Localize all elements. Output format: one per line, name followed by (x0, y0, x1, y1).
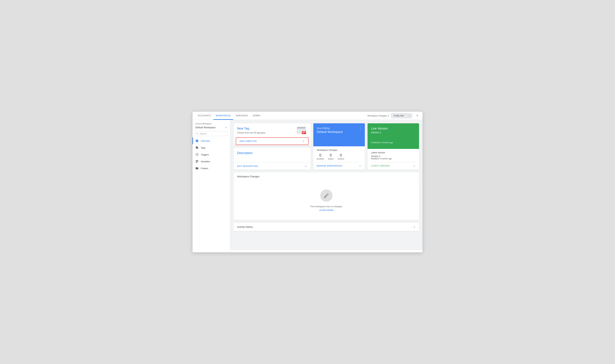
svg-rect-7 (302, 132, 305, 132)
now-editing-label: Now Editing (317, 127, 361, 130)
new-tag-top: New Tag Choose from over 50 tag types. (234, 123, 311, 137)
live-version-title: Live Version (371, 127, 416, 130)
main-window: ACCOUNTS WORKSPACE VERSIONS ADMIN Worksp… (193, 112, 422, 252)
stat-added-label: Added (328, 158, 334, 160)
sidebar-item-tags[interactable]: Tags (193, 144, 230, 151)
live-version-top: Live Version Version 2 Published 3 month… (367, 123, 419, 149)
manage-workspaces-button[interactable]: MANAGE WORKSPACES (317, 162, 361, 167)
changes-stats: 0 Modified 0 Added 0 Deleted (317, 153, 361, 160)
chevron-right-activity-icon (413, 226, 416, 228)
folders-icon (195, 167, 199, 170)
desc-top: Description (234, 148, 311, 163)
stat-modified: 0 Modified (317, 153, 324, 160)
edit-description-button[interactable]: EDIT DESCRIPTION (234, 163, 311, 170)
live-version-number: Version 2 (371, 131, 416, 134)
left-cards-col: New Tag Choose from over 50 tag types. (234, 123, 311, 170)
publish-button[interactable]: PUBLISH (391, 113, 407, 118)
chevron-right-add-tag-icon (302, 140, 305, 143)
overview-icon (195, 139, 199, 143)
stat-deleted-label: Deleted (338, 158, 344, 160)
variables-icon (195, 160, 199, 163)
svg-rect-3 (196, 162, 197, 163)
add-new-tag-button[interactable]: ADD A NEW TAG (236, 137, 309, 145)
workspace-changes-title: Workspace Changes (317, 149, 361, 151)
sidebar: Current Workspace Default Workspace Over… (193, 120, 230, 250)
latest-version-button[interactable]: LATEST VERSION (371, 162, 416, 167)
tab-admin[interactable]: ADMIN (250, 112, 262, 120)
tab-accounts[interactable]: ACCOUNTS (195, 112, 213, 120)
empty-state-text: This workspace has no changes. (310, 205, 342, 208)
sidebar-item-tags-label: Tags (201, 146, 205, 149)
live-version-card: Live Version Version 2 Published 3 month… (367, 123, 419, 170)
activity-history-section: Activity History (234, 223, 419, 231)
latest-version-date: Modified 3 months ago (371, 157, 416, 160)
publish-btn-group: PUBLISH (391, 113, 412, 118)
sidebar-item-variables[interactable]: Variables (193, 158, 230, 165)
now-editing-top: Now Editing Default Workspace ⋮ (313, 123, 365, 146)
svg-rect-5 (297, 127, 305, 129)
workspace-changes-empty: This workspace has no changes. LEARN MOR… (234, 181, 419, 220)
desc-title: Description (237, 151, 307, 155)
workspace-changes-count: Workspace Changes: 0 (367, 115, 389, 117)
chevron-right-manage-icon (359, 165, 361, 167)
workspace-changes-section: Workspace Changes This workspace has no … (234, 172, 419, 220)
sidebar-item-variables-label: Variables (201, 160, 210, 163)
description-card: Description EDIT DESCRIPTION (234, 148, 311, 170)
sidebar-search-container (195, 131, 228, 136)
tab-workspace[interactable]: WORKSPACE (213, 112, 233, 120)
chevron-right-latest-icon (413, 165, 416, 167)
sidebar-workspace-label: Current Workspace (193, 122, 230, 125)
empty-state-icon-circle (320, 189, 333, 202)
chevron-right-icon (225, 126, 227, 129)
svg-rect-8 (302, 133, 305, 133)
latest-version-title: Latest Version (371, 151, 416, 154)
search-input[interactable] (200, 132, 226, 135)
main-layout: Current Workspace Default Workspace Over… (193, 120, 422, 250)
new-tag-info: New Tag Choose from over 50 tag types. (237, 127, 295, 134)
sidebar-item-triggers-label: Triggers (201, 153, 209, 156)
now-editing-menu-icon[interactable]: ⋮ (359, 126, 362, 130)
stat-modified-label: Modified (317, 158, 324, 160)
top-cards-row: New Tag Choose from over 50 tag types. (234, 123, 419, 170)
search-icon (196, 132, 198, 135)
close-button[interactable]: × (415, 113, 420, 118)
tab-versions[interactable]: VERSIONS (233, 112, 250, 120)
new-tag-desc: Choose from over 50 tag types. (237, 131, 295, 134)
chevron-right-desc-icon (304, 165, 307, 168)
new-tag-card: New Tag Choose from over 50 tag types. (234, 123, 311, 145)
tags-icon (195, 146, 199, 149)
svg-rect-2 (196, 161, 198, 162)
stat-modified-value: 0 (317, 153, 324, 157)
live-version-date: Published 3 months ago (371, 141, 416, 144)
learn-more-link[interactable]: LEARN MORE (319, 209, 334, 211)
content-area: New Tag Choose from over 50 tag types. (230, 120, 422, 250)
svg-rect-6 (302, 131, 306, 134)
sidebar-item-triggers[interactable]: Triggers (193, 151, 230, 158)
edit-icon (323, 193, 329, 199)
sidebar-item-folders-label: Folders (201, 167, 208, 170)
stat-deleted-value: 0 (338, 153, 344, 157)
triggers-icon (195, 153, 199, 156)
now-editing-card: Now Editing Default Workspace ⋮ Workspac… (313, 123, 365, 170)
latest-version-number: Version 2 (371, 155, 416, 157)
new-tag-title: New Tag (237, 127, 295, 130)
new-tag-icon (297, 127, 307, 135)
now-editing-bottom: Workspace Changes 0 Modified 0 Added (313, 146, 365, 170)
sidebar-item-overview-label: Overview (201, 140, 210, 142)
activity-history-header[interactable]: Activity History (234, 223, 419, 231)
stat-deleted: 0 Deleted (338, 153, 344, 160)
workspace-changes-section-header: Workspace Changes (234, 172, 419, 181)
stat-added-value: 0 (328, 153, 334, 157)
activity-history-title: Activity History (237, 226, 253, 228)
now-editing-workspace: Default Workspace (317, 130, 361, 134)
sidebar-item-overview[interactable]: Overview (193, 137, 230, 144)
sidebar-workspace-name: Default Workspace (195, 126, 216, 129)
publish-dropdown[interactable] (407, 113, 412, 118)
sidebar-workspace-selector[interactable]: Default Workspace (193, 125, 230, 130)
stat-added: 0 Added (328, 153, 334, 160)
sidebar-item-folders[interactable]: Folders (193, 165, 230, 172)
live-version-bottom: Latest Version Version 2 Modified 3 mont… (367, 149, 419, 170)
svg-rect-1 (196, 160, 198, 161)
top-nav: ACCOUNTS WORKSPACE VERSIONS ADMIN Worksp… (193, 112, 422, 120)
